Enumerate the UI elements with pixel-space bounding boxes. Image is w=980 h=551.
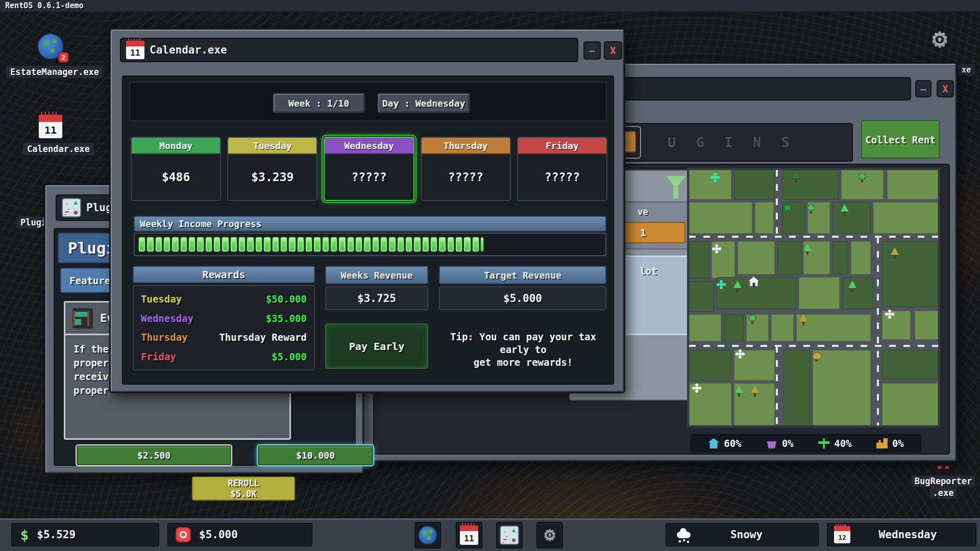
taskbar-settings-button[interactable]: ⚙ [536,522,563,548]
desktop-icon-label-settings-partial[interactable]: xe [958,64,975,76]
progress-segment [398,237,404,252]
map-parcel[interactable] [755,202,774,234]
desktop-icon-settings-gear[interactable]: ⚙ [932,27,947,52]
map-parcel[interactable] [689,350,731,381]
map-parcel[interactable] [738,241,775,274]
progress-segment [306,237,312,252]
map-parcel[interactable] [851,241,871,274]
calendar-icon-day: 11 [39,122,62,138]
star-icon: ★ [65,200,69,207]
map-parcel[interactable] [882,383,938,425]
map-parcel[interactable] [832,241,849,274]
weather-chip[interactable]: Snowy [666,523,819,546]
pine-tree-icon [735,386,743,393]
map-parcel[interactable] [887,170,938,199]
map-parcel[interactable] [771,314,794,341]
desktop-icon-label-bugreporter[interactable]: BugReporter .exe [910,475,977,498]
collect-rent-button[interactable]: Collect Rent [861,120,940,159]
map-parcel[interactable] [689,241,709,279]
pay-early-button[interactable]: Pay Early [325,323,428,369]
progress-segment [298,237,304,252]
reroll-button[interactable]: REROLL $5.0K [192,477,295,500]
map-parcel[interactable] [799,277,840,309]
progress-segment [214,237,220,252]
progress-segment [439,237,445,252]
desktop-icon-label-estatemanager[interactable]: EstateManager.exe [6,66,103,78]
shop-icon [72,308,93,329]
progress-segment [147,237,153,252]
snow-cloud-icon [677,532,691,538]
map-parcel[interactable] [813,350,871,425]
progress-segment [356,237,362,252]
day-card-monday[interactable]: Monday$486 [131,137,221,201]
taskbar-estatemanager-button[interactable] [414,522,441,548]
map-parcel[interactable] [689,170,731,199]
map-parcel[interactable] [734,170,775,199]
bugreporter-icon-fragment [945,466,949,469]
calendar-banner: Week : 1/10 Day : Wednesday [129,82,607,121]
pine-tree-dry-icon [799,314,807,321]
flower-teal-icon [714,176,717,179]
pine-tree-dark-icon [792,171,800,179]
map-parcel[interactable] [873,202,938,234]
taskbar-calendar-button[interactable]: 11 [456,522,482,548]
map-parcel[interactable] [724,314,744,341]
map-road [776,170,778,237]
map-parcel[interactable] [689,202,752,234]
weekly-income-progress-bar [134,233,606,256]
map-parcel[interactable] [689,314,721,341]
day-badge: Day : Wednesday [377,93,470,113]
plugin-icon: ★ ♣ ● [500,525,519,545]
day-card-friday[interactable]: Friday????? [517,137,607,201]
taskbar-pluginlab-button[interactable]: ★ ♣ ● [496,522,523,548]
day-card-wednesday[interactable]: Wednesday????? [324,137,414,201]
calendar-title: Calendar.exe [150,44,227,56]
price-button-right[interactable]: $10.000 [258,445,373,465]
day-card-value: $3.239 [228,154,316,200]
progress-segment [172,237,178,252]
day-card-value: $486 [132,154,220,200]
map-parcel[interactable] [915,311,938,340]
progress-segment [414,237,420,252]
map-stat-residential: 60% [708,438,741,449]
filter-funnel-icon[interactable] [666,176,685,198]
day-card-thursday[interactable]: Thursday????? [421,137,511,201]
calendar-minimize-button[interactable]: – [583,41,601,60]
money-chip[interactable]: $ $5.529 [11,523,159,546]
map-parcel[interactable] [882,350,938,380]
day-card-header: Monday [132,138,220,154]
estatemanager-minimize-button[interactable]: – [915,80,932,97]
progress-segment [189,237,195,252]
day-card-header: Thursday [422,138,510,154]
money-value: $5.529 [37,529,76,541]
window-calendar: 11 Calendar.exe – X Week : 1/10 Day : We… [109,28,625,393]
weekday-chip[interactable]: 12 Wednesday [827,523,976,546]
toolbar-letter: N [753,135,761,150]
estatemanager-close-button[interactable]: X [937,80,954,97]
tax-chip[interactable]: $5.000 [167,523,312,546]
pluginlab-app-icon: ★ ♣ ● [62,198,81,217]
map-parcel[interactable] [777,241,801,274]
calendar-titlebar[interactable]: 11 Calendar.exe [120,38,578,62]
calendar-close-button[interactable]: X [604,41,622,60]
map-parcel[interactable] [782,170,839,199]
map-parcel[interactable] [842,277,873,309]
map-parcel[interactable] [783,350,810,425]
desktop-icon-label-calendar[interactable]: Calendar.exe [23,143,94,155]
progress-segment [222,237,228,252]
price-button-left[interactable]: $2.500 [77,445,231,465]
progress-segment [323,237,329,252]
calendar-icon: 11 [460,525,478,545]
desktop-icon-calendar[interactable]: 11 [39,115,62,138]
progress-segment [406,237,412,252]
progress-segment [364,237,370,252]
city-map[interactable] [687,168,940,428]
desktop-icon-estatemanager[interactable]: 2 [37,33,66,62]
map-parcel[interactable] [689,281,714,312]
map-parcel[interactable] [832,202,871,234]
day-cards-row: Monday$486Tuesday$3.239Wednesday?????Thu… [131,137,607,201]
map-parcel[interactable] [882,311,911,340]
day-card-header: Friday [518,138,606,154]
residential-icon [708,438,719,448]
day-card-tuesday[interactable]: Tuesday$3.239 [227,137,317,201]
